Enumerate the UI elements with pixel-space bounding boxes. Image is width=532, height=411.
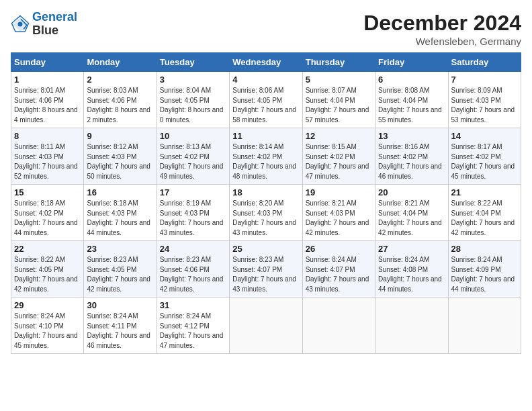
day-number: 3 [160, 75, 226, 85]
day-info: Sunrise: 8:23 AMSunset: 4:07 PMDaylight:… [232, 256, 296, 293]
calendar-cell: 4Sunrise: 8:06 AMSunset: 4:05 PMDaylight… [230, 72, 302, 128]
calendar-cell: 17Sunrise: 8:19 AMSunset: 4:03 PMDayligh… [157, 185, 229, 241]
day-info: Sunrise: 8:04 AMSunset: 4:05 PMDaylight:… [160, 87, 224, 124]
day-info: Sunrise: 8:24 AMSunset: 4:12 PMDaylight:… [160, 312, 224, 349]
logo-line1: General [32, 10, 77, 24]
day-number: 21 [451, 187, 518, 197]
day-number: 6 [378, 75, 445, 85]
calendar-cell: 29Sunrise: 8:24 AMSunset: 4:10 PMDayligh… [11, 298, 84, 354]
calendar-cell: 27Sunrise: 8:24 AMSunset: 4:08 PMDayligh… [375, 241, 448, 298]
logo-text: General Blue [32, 11, 77, 38]
col-header-tuesday: Tuesday [157, 53, 229, 72]
day-info: Sunrise: 8:14 AMSunset: 4:02 PMDaylight:… [232, 143, 296, 180]
day-number: 2 [87, 75, 153, 85]
calendar-cell: 8Sunrise: 8:11 AMSunset: 4:03 PMDaylight… [11, 128, 84, 185]
day-info: Sunrise: 8:24 AMSunset: 4:09 PMDaylight:… [451, 256, 515, 293]
day-number: 27 [378, 244, 445, 254]
day-number: 15 [14, 187, 81, 197]
day-info: Sunrise: 8:19 AMSunset: 4:03 PMDaylight:… [160, 199, 224, 236]
day-number: 4 [232, 75, 299, 85]
day-info: Sunrise: 8:24 AMSunset: 4:11 PMDaylight:… [87, 312, 150, 349]
day-number: 17 [160, 187, 226, 197]
day-info: Sunrise: 8:16 AMSunset: 4:02 PMDaylight:… [378, 143, 442, 180]
day-info: Sunrise: 8:03 AMSunset: 4:06 PMDaylight:… [87, 87, 150, 124]
day-number: 14 [451, 131, 518, 141]
calendar-cell: 20Sunrise: 8:21 AMSunset: 4:04 PMDayligh… [375, 185, 448, 241]
day-info: Sunrise: 8:22 AMSunset: 4:05 PMDaylight:… [14, 256, 78, 293]
calendar-cell: 5Sunrise: 8:07 AMSunset: 4:04 PMDaylight… [302, 72, 375, 128]
day-number: 20 [378, 187, 445, 197]
calendar-cell: 22Sunrise: 8:22 AMSunset: 4:05 PMDayligh… [11, 241, 84, 298]
day-info: Sunrise: 8:21 AMSunset: 4:03 PMDaylight:… [306, 199, 369, 236]
calendar-cell: 14Sunrise: 8:17 AMSunset: 4:02 PMDayligh… [448, 128, 521, 185]
day-number: 13 [378, 131, 445, 141]
calendar-cell: 6Sunrise: 8:08 AMSunset: 4:04 PMDaylight… [375, 72, 448, 128]
col-header-thursday: Thursday [302, 53, 375, 72]
calendar-cell: 18Sunrise: 8:20 AMSunset: 4:03 PMDayligh… [230, 185, 302, 241]
calendar-cell: 21Sunrise: 8:22 AMSunset: 4:04 PMDayligh… [448, 185, 521, 241]
calendar-week-5: 29Sunrise: 8:24 AMSunset: 4:10 PMDayligh… [11, 298, 521, 354]
day-info: Sunrise: 8:09 AMSunset: 4:03 PMDaylight:… [451, 87, 515, 124]
day-info: Sunrise: 8:13 AMSunset: 4:02 PMDaylight:… [160, 143, 224, 180]
day-info: Sunrise: 8:06 AMSunset: 4:05 PMDaylight:… [232, 87, 296, 124]
day-info: Sunrise: 8:20 AMSunset: 4:03 PMDaylight:… [232, 199, 296, 236]
calendar-cell: 2Sunrise: 8:03 AMSunset: 4:06 PMDaylight… [84, 72, 157, 128]
day-number: 12 [306, 131, 372, 141]
location: Wefensleben, Germany [363, 36, 521, 47]
day-number: 22 [14, 244, 81, 254]
day-number: 25 [232, 244, 299, 254]
calendar-cell [230, 298, 302, 354]
logo: General Blue [11, 11, 77, 38]
day-number: 8 [14, 131, 81, 141]
day-number: 23 [87, 244, 153, 254]
day-info: Sunrise: 8:21 AMSunset: 4:04 PMDaylight:… [378, 199, 442, 236]
calendar-cell: 11Sunrise: 8:14 AMSunset: 4:02 PMDayligh… [230, 128, 302, 185]
col-header-sunday: Sunday [11, 53, 84, 72]
month-title: December 2024 [363, 11, 521, 36]
calendar-cell: 3Sunrise: 8:04 AMSunset: 4:05 PMDaylight… [157, 72, 229, 128]
col-header-saturday: Saturday [448, 53, 521, 72]
calendar-cell: 23Sunrise: 8:23 AMSunset: 4:05 PMDayligh… [84, 241, 157, 298]
day-info: Sunrise: 8:01 AMSunset: 4:06 PMDaylight:… [14, 87, 78, 124]
calendar-cell: 26Sunrise: 8:24 AMSunset: 4:07 PMDayligh… [302, 241, 375, 298]
calendar-cell: 25Sunrise: 8:23 AMSunset: 4:07 PMDayligh… [230, 241, 302, 298]
day-info: Sunrise: 8:23 AMSunset: 4:06 PMDaylight:… [160, 256, 224, 293]
day-number: 26 [306, 244, 372, 254]
day-info: Sunrise: 8:15 AMSunset: 4:02 PMDaylight:… [306, 143, 369, 180]
col-header-friday: Friday [375, 53, 448, 72]
calendar-cell: 24Sunrise: 8:23 AMSunset: 4:06 PMDayligh… [157, 241, 229, 298]
calendar-cell: 7Sunrise: 8:09 AMSunset: 4:03 PMDaylight… [448, 72, 521, 128]
day-number: 18 [232, 187, 299, 197]
day-info: Sunrise: 8:12 AMSunset: 4:03 PMDaylight:… [87, 143, 150, 180]
calendar-table: SundayMondayTuesdayWednesdayThursdayFrid… [11, 52, 521, 354]
day-number: 29 [14, 300, 81, 310]
day-info: Sunrise: 8:18 AMSunset: 4:02 PMDaylight:… [14, 199, 78, 236]
title-area: December 2024 Wefensleben, Germany [363, 11, 521, 47]
col-header-wednesday: Wednesday [230, 53, 302, 72]
calendar-cell: 19Sunrise: 8:21 AMSunset: 4:03 PMDayligh… [302, 185, 375, 241]
day-number: 28 [451, 244, 518, 254]
calendar-cell: 12Sunrise: 8:15 AMSunset: 4:02 PMDayligh… [302, 128, 375, 185]
page-header: General Blue December 2024 Wefensleben, … [11, 11, 521, 47]
day-number: 5 [306, 75, 372, 85]
day-info: Sunrise: 8:07 AMSunset: 4:04 PMDaylight:… [306, 87, 369, 124]
calendar-week-3: 15Sunrise: 8:18 AMSunset: 4:02 PMDayligh… [11, 185, 521, 241]
day-info: Sunrise: 8:24 AMSunset: 4:07 PMDaylight:… [306, 256, 369, 293]
calendar-cell: 15Sunrise: 8:18 AMSunset: 4:02 PMDayligh… [11, 185, 84, 241]
day-number: 9 [87, 131, 153, 141]
day-info: Sunrise: 8:17 AMSunset: 4:02 PMDaylight:… [451, 143, 515, 180]
day-info: Sunrise: 8:18 AMSunset: 4:03 PMDaylight:… [87, 199, 150, 236]
day-info: Sunrise: 8:24 AMSunset: 4:08 PMDaylight:… [378, 256, 442, 293]
day-info: Sunrise: 8:23 AMSunset: 4:05 PMDaylight:… [87, 256, 150, 293]
calendar-week-4: 22Sunrise: 8:22 AMSunset: 4:05 PMDayligh… [11, 241, 521, 298]
calendar-cell [302, 298, 375, 354]
day-number: 31 [160, 300, 226, 310]
day-number: 10 [160, 131, 226, 141]
logo-line2: Blue [32, 24, 77, 38]
col-header-monday: Monday [84, 53, 157, 72]
logo-icon [11, 15, 30, 34]
day-info: Sunrise: 8:24 AMSunset: 4:10 PMDaylight:… [14, 312, 78, 349]
calendar-cell [448, 298, 521, 354]
day-info: Sunrise: 8:22 AMSunset: 4:04 PMDaylight:… [451, 199, 515, 236]
day-number: 11 [232, 131, 299, 141]
